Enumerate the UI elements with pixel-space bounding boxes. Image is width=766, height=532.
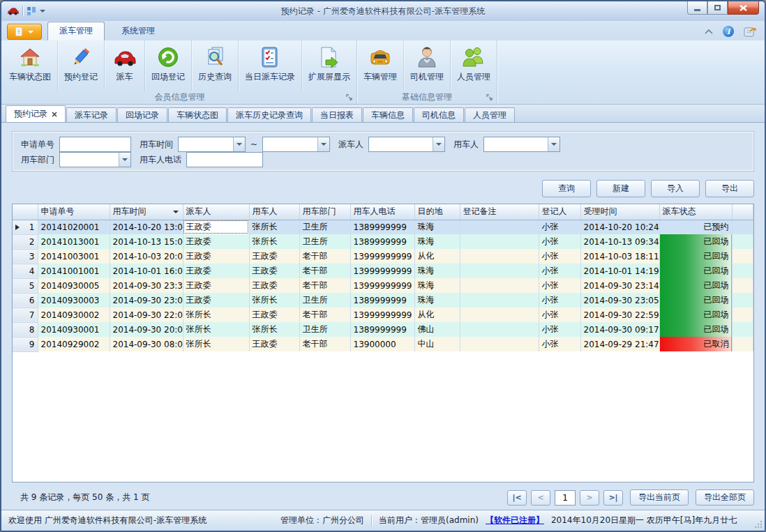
row-header[interactable]: 6 (13, 293, 38, 307)
table-cell[interactable]: 13900000 (350, 337, 414, 351)
table-cell[interactable]: 20140930003 (38, 293, 110, 307)
next-page-button[interactable]: > (580, 490, 599, 506)
table-cell[interactable]: 2014-10-01 16:00 (110, 264, 183, 278)
ribbon-button-today-dispatch-records[interactable]: 当日派车记录 (239, 40, 302, 91)
use-time-from-combo[interactable] (178, 137, 246, 152)
table-cell[interactable]: 老干部 (299, 307, 350, 322)
table-cell[interactable]: 中山 (414, 337, 460, 351)
row-header[interactable]: 7 (13, 307, 38, 322)
table-cell[interactable]: 王政委 (183, 234, 249, 249)
first-page-button[interactable]: |< (507, 490, 527, 506)
table-cell[interactable] (460, 264, 539, 278)
row-header[interactable]: 5 (13, 278, 38, 293)
ribbon-button-vehicle-status-map[interactable]: 车辆状态图 (3, 40, 58, 91)
table-cell[interactable]: 卫生所 (299, 220, 350, 234)
quick-access-layout-icon[interactable] (27, 6, 36, 16)
table-row[interactable]: 8201409300012014-09-30 20:00张所长张所长卫生所138… (13, 322, 753, 337)
table-cell[interactable]: 20140930002 (38, 307, 110, 322)
table-cell[interactable] (460, 234, 539, 249)
document-tab[interactable]: 回场记录 (117, 107, 167, 122)
table-cell[interactable]: 张所长 (249, 220, 299, 234)
table-cell[interactable]: 2014-09-30 23:14 (580, 278, 659, 293)
document-tab[interactable]: 派车记录 (66, 107, 117, 122)
document-tab[interactable]: 车辆状态图 (168, 107, 227, 122)
table-cell[interactable]: 20140930001 (38, 322, 110, 337)
table-cell[interactable]: 20141001001 (38, 264, 110, 278)
close-tab-icon[interactable] (52, 109, 57, 119)
table-cell[interactable]: 王政委 (249, 278, 299, 293)
table-cell[interactable]: 2014-10-20 10:24 (580, 220, 659, 234)
table-cell[interactable]: 珠海 (414, 220, 460, 234)
ribbon-button-driver-management[interactable]: 司机管理 (404, 40, 451, 91)
ribbon-tab-dispatch[interactable]: 派车管理 (47, 22, 105, 40)
table-cell[interactable]: 1389999999 (350, 322, 414, 337)
column-header[interactable]: 用车部门 (299, 204, 350, 220)
table-row[interactable]: 7201409300022014-09-30 22:00张所长王政委老干部139… (13, 307, 753, 322)
table-cell[interactable]: 王政委 (249, 264, 299, 278)
document-tab[interactable]: 人员管理 (465, 107, 515, 122)
table-cell[interactable]: 2014-09-30 20:00 (110, 322, 183, 337)
table-cell[interactable]: 13999999999 (350, 249, 414, 264)
table-cell[interactable]: 小张 (539, 307, 580, 322)
table-cell[interactable]: 2014-09-30 09:17 (580, 322, 659, 337)
table-cell[interactable]: 张所长 (183, 322, 249, 337)
column-header[interactable]: 登记备注 (460, 204, 539, 220)
table-cell[interactable] (460, 293, 539, 307)
table-cell[interactable]: 王政委 (183, 264, 249, 278)
ribbon-tab-system[interactable]: 系统管理 (110, 22, 166, 40)
row-header[interactable]: 8 (13, 322, 38, 337)
dialog-launcher-icon[interactable] (486, 94, 494, 102)
combo-dropdown-button[interactable] (548, 137, 560, 151)
table-cell[interactable]: 珠海 (414, 278, 460, 293)
ribbon-button-personnel-management[interactable]: 人员管理 (451, 40, 497, 91)
table-cell[interactable]: 王政委 (249, 249, 299, 264)
table-cell[interactable]: 13999999999 (350, 307, 414, 322)
minimize-button[interactable] (687, 1, 707, 15)
document-tab[interactable]: 当日报表 (312, 107, 362, 122)
table-cell[interactable]: 王政委 (249, 337, 299, 351)
table-cell[interactable]: 20140930005 (38, 278, 110, 293)
ribbon-button-extended-screen[interactable]: 扩展屏显示 (302, 40, 356, 91)
column-header[interactable]: 用车人电话 (350, 204, 414, 220)
phone-input[interactable] (186, 152, 263, 167)
use-time-to-combo[interactable] (262, 137, 330, 152)
document-tab[interactable]: 预约记录 (6, 105, 66, 122)
table-cell[interactable]: 2014-09-30 23:30 (110, 278, 183, 293)
table-row[interactable]: 3201410030012014-10-03 20:00王政委王政委老干部139… (13, 249, 753, 264)
table-cell[interactable]: 张所长 (183, 337, 249, 351)
table-cell[interactable]: 1389999999 (350, 293, 414, 307)
table-cell[interactable] (460, 220, 539, 234)
table-cell[interactable]: 老干部 (299, 249, 350, 264)
dispatcher-combo[interactable] (368, 137, 445, 152)
query-button[interactable]: 查询 (542, 180, 591, 197)
table-cell[interactable]: 小张 (539, 220, 580, 234)
table-cell[interactable]: 小张 (539, 264, 580, 278)
column-header[interactable]: 申请单号 (38, 204, 110, 220)
help-about-icon[interactable] (744, 26, 756, 37)
collapse-ribbon-icon[interactable] (705, 29, 713, 34)
quick-access-dropdown-icon[interactable] (40, 10, 45, 13)
table-cell[interactable]: 2014-09-30 22:00 (110, 307, 183, 322)
ribbon-button-return-register[interactable]: 回场登记 (145, 40, 192, 91)
info-icon[interactable]: i (723, 26, 734, 37)
table-cell[interactable]: 2014-09-30 23:05 (580, 293, 659, 307)
table-row[interactable]: 5201409300052014-09-30 23:30王政委王政委老干部139… (13, 278, 753, 293)
table-cell[interactable]: 小张 (539, 234, 580, 249)
table-cell[interactable]: 卫生所 (299, 322, 350, 337)
apply-no-input[interactable] (59, 137, 131, 152)
ribbon-button-dispatch[interactable]: 派车 (105, 40, 145, 91)
table-row[interactable]: 1201410200012014-10-20 13:00王政委张所长卫生所138… (13, 220, 753, 234)
document-tab[interactable]: 司机信息 (414, 107, 464, 122)
table-cell[interactable]: 2014-10-01 14:19 (580, 264, 659, 278)
table-cell[interactable]: 2014-10-13 09:34 (580, 234, 659, 249)
close-button[interactable] (728, 1, 759, 15)
row-header[interactable]: 2 (13, 234, 38, 249)
table-cell[interactable]: 从化 (414, 249, 460, 264)
export-button[interactable]: 导出 (705, 180, 754, 197)
dialog-launcher-icon[interactable] (346, 94, 354, 102)
table-cell[interactable]: 小张 (539, 293, 580, 307)
row-header[interactable]: 4 (13, 264, 38, 278)
column-header[interactable]: 用车人 (249, 204, 299, 220)
table-cell[interactable]: 小张 (539, 278, 580, 293)
ribbon-button-vehicle-management[interactable]: 车辆管理 (357, 40, 404, 91)
